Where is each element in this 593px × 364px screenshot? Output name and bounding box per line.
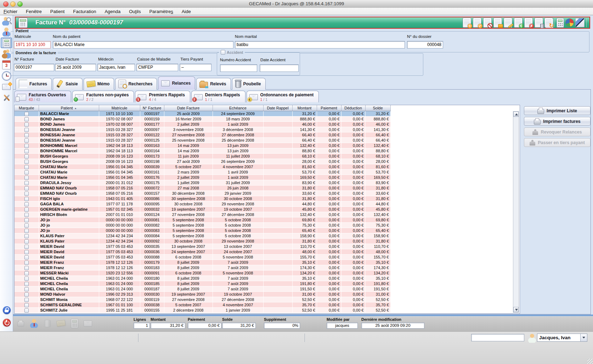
- column-header-solde[interactable]: Solde: [365, 105, 390, 111]
- row-checkbox[interactable]: [24, 303, 29, 307]
- status-tool-calculator[interactable]: [69, 318, 80, 329]
- row-checkbox[interactable]: [24, 117, 29, 121]
- row-checkbox[interactable]: [24, 149, 29, 153]
- invoice-key-icon[interactable]: [504, 18, 512, 28]
- table-row[interactable]: BOND James 1970 02 08 007 0000159 16 fév…: [15, 116, 390, 122]
- row-checkbox[interactable]: [24, 165, 29, 169]
- row-checkbox[interactable]: [24, 245, 29, 249]
- menu-fichier[interactable]: Fichier: [4, 9, 17, 14]
- table-row[interactable]: CHATAU Marie 1956 01 04 345 0000176 2 ju…: [15, 175, 390, 180]
- table-row[interactable]: MEIER David 1977 05 03 453 0000036 24 se…: [15, 249, 390, 255]
- imprimer-liste-button[interactable]: Imprimer Liste: [524, 106, 591, 115]
- table-row[interactable]: MICHEL Cheila 1963 01 24 000 0000180 8 j…: [15, 276, 390, 281]
- row-checkbox[interactable]: [24, 128, 29, 132]
- row-checkbox[interactable]: [24, 176, 29, 180]
- tab-recherches[interactable]: Recherches: [115, 78, 157, 90]
- tab-factures[interactable]: Factures: [16, 78, 52, 90]
- row-checkbox[interactable]: [24, 144, 29, 148]
- table-row[interactable]: FISCH iglo 1943 01 01 405 0000086 30 sep…: [15, 196, 390, 201]
- row-checkbox[interactable]: [24, 298, 29, 302]
- row-checkbox[interactable]: [24, 213, 29, 217]
- vertical-scrollbar[interactable]: [513, 111, 519, 313]
- row-checkbox[interactable]: [24, 138, 29, 143]
- table-row[interactable]: KLAUS Pater 1234 42 34 234 0000084 5 sep…: [15, 233, 390, 239]
- column-header-paiement[interactable]: Paiement: [317, 105, 341, 111]
- table-row[interactable]: CHATAU Marie 1956 01 04 345 0000161 2 ma…: [15, 170, 390, 175]
- row-checkbox[interactable]: [24, 308, 29, 313]
- tab-releves[interactable]: Relevés: [196, 78, 231, 90]
- column-header-echeance[interactable]: Echéance: [213, 105, 263, 111]
- row-checkbox[interactable]: [24, 223, 29, 228]
- row-checkbox[interactable]: [24, 250, 29, 254]
- patient-name-field[interactable]: BALACCI Marie: [53, 41, 233, 49]
- invoice-validate-icon[interactable]: [473, 18, 481, 28]
- row-checkbox[interactable]: [24, 261, 29, 265]
- nfacture-field[interactable]: 0000197: [14, 64, 54, 71]
- status-tool-archive[interactable]: [42, 318, 53, 329]
- medecin-field[interactable]: Jacques, Ivan: [97, 64, 135, 71]
- calculator-icon[interactable]: [557, 18, 564, 28]
- table-row[interactable]: BONHOMME Marcel 1962 04 18 113 0000163 1…: [15, 143, 390, 148]
- column-header-patient[interactable]: Patient: [39, 105, 99, 111]
- table-row[interactable]: BONHOMME Marcel 1962 04 18 113 0000164 1…: [15, 148, 390, 154]
- scroll-down-button[interactable]: [513, 307, 519, 312]
- table-row[interactable]: MEIER David 1977 05 03 453 0000088 6 oct…: [15, 255, 390, 260]
- table-row[interactable]: HIRSCH Bloën 2007 01 01 010 0000124 27 n…: [15, 212, 390, 217]
- row-checkbox[interactable]: [24, 154, 29, 159]
- row-checkbox[interactable]: [24, 160, 29, 164]
- table-row[interactable]: EMMAD NAV Onurb 1958 07 05 216 0000157 3…: [15, 191, 390, 196]
- row-checkbox[interactable]: [24, 192, 29, 196]
- table-row[interactable]: BALACCI Marie 1971 10 10 100 0000197 25 …: [15, 111, 390, 116]
- date-facture-field[interactable]: 25 août 2009: [55, 64, 96, 71]
- chevron-down-icon[interactable]: [580, 334, 587, 341]
- menu-aide[interactable]: Aide: [182, 9, 191, 14]
- table-row[interactable]: MEIER David 1977 05 03 453 0000035 13 se…: [15, 244, 390, 249]
- row-checkbox[interactable]: [24, 239, 29, 244]
- table-row[interactable]: BONESSAI Jeanne 1915 03 28 327 0000122 2…: [15, 132, 390, 138]
- statistics-pie-icon[interactable]: [566, 19, 574, 27]
- sidebar-item-tools[interactable]: [1, 92, 12, 103]
- table-row[interactable]: SCHMITS GERALDINE 1967 01 01 100 0000038…: [15, 302, 390, 308]
- table-row[interactable]: MICHEL Cheila 1963 01 24 000 0000185 8 j…: [15, 281, 390, 286]
- invoice-lock-icon[interactable]: [493, 18, 502, 28]
- menu-parametres[interactable]: Paramètres: [149, 9, 173, 14]
- row-checkbox[interactable]: [24, 229, 29, 233]
- column-header-deduction[interactable]: Déduction: [341, 105, 365, 111]
- column-header-montant[interactable]: Montant: [292, 105, 317, 111]
- tab-relances[interactable]: Relances: [158, 76, 195, 90]
- tab-poubelle[interactable]: Poubelle: [232, 78, 266, 90]
- revoquer-relances-button[interactable]: Revoquer Relances: [524, 127, 591, 136]
- table-row[interactable]: BONESSAI Jeanne 1915 03 28 327 0000097 3…: [15, 127, 390, 132]
- date-accident-field[interactable]: [260, 64, 299, 72]
- sidebar-item-search-patient[interactable]: [1, 16, 12, 26]
- user-select[interactable]: Jacques, Ivan: [537, 334, 587, 342]
- sign-pen-icon[interactable]: [575, 18, 584, 27]
- sidebar-item-shutdown[interactable]: [0, 319, 13, 326]
- table-row[interactable]: BONESSAI Jeanne 1915 03 28 327 0000125 2…: [15, 138, 390, 143]
- table-row[interactable]: MOND Halvor 1996 02 29 313 0000030 19 se…: [15, 292, 390, 297]
- matricule-field[interactable]: 1971 10 10 100: [14, 41, 51, 49]
- subtab-premiers-rappels[interactable]: Premiers Rappels 4 / 4: [135, 91, 190, 102]
- row-checkbox[interactable]: [24, 292, 29, 297]
- table-row[interactable]: BUSH Georges 2008 09 16 123 0000173 11 j…: [15, 154, 390, 159]
- table-row[interactable]: DRACULA Jessy 2000 01 31 012 0000175 1 j…: [15, 180, 390, 186]
- scroll-up-button[interactable]: [513, 112, 519, 117]
- row-checkbox[interactable]: [24, 282, 29, 286]
- table-row[interactable]: MESSER Mäcki 1920 23 12 556 0000091 6 oc…: [15, 271, 390, 276]
- sidebar-item-mail[interactable]: [1, 81, 12, 92]
- row-checkbox[interactable]: [24, 234, 29, 238]
- table-row[interactable]: KLAUS Pater 1234 42 34 234 0000092 30 oc…: [15, 239, 390, 244]
- row-checkbox[interactable]: [24, 133, 29, 137]
- row-checkbox[interactable]: [24, 197, 29, 201]
- table-row[interactable]: CHATAU Marie 1956 01 04 345 0000039 5 oc…: [15, 164, 390, 170]
- tiers-payant-field[interactable]: –: [180, 64, 211, 71]
- row-checkbox[interactable]: [24, 277, 29, 281]
- status-tool-patient[interactable]: [29, 318, 39, 329]
- bottom-text-field[interactable]: [471, 334, 524, 341]
- column-header-nfacture[interactable]: N° Facture: [140, 105, 164, 111]
- row-checkbox[interactable]: [24, 287, 29, 291]
- table-row[interactable]: GOERGEN marie-gelatine 1957 01 02 345 00…: [15, 207, 390, 212]
- menu-agenda[interactable]: Agenda: [105, 9, 120, 14]
- row-checkbox[interactable]: [24, 202, 29, 206]
- subtab-derniers-rappels[interactable]: Derniers Rappels 1 / 1: [191, 91, 245, 102]
